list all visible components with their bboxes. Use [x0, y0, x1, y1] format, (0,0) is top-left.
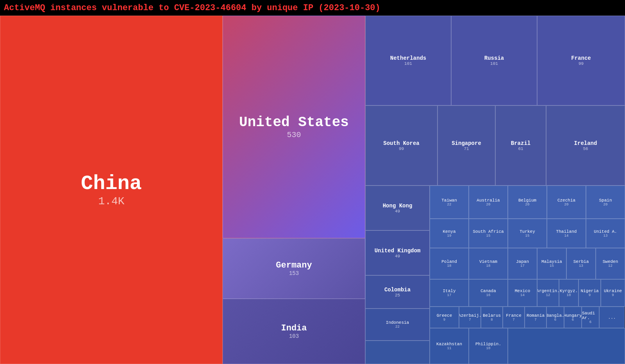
block-ukraine[interactable]: Ukraine 9: [601, 279, 625, 307]
germany-value: 153: [289, 270, 299, 277]
block-philippines[interactable]: Philippin. 10: [469, 328, 508, 364]
block-misc: [508, 328, 625, 364]
remaining-label: ...: [608, 315, 616, 320]
czechia-label: Czechia: [557, 198, 575, 203]
bangladesh-value: 6: [554, 318, 556, 322]
block-serbia[interactable]: Serbia 13: [566, 248, 596, 279]
greece-label: Greece: [437, 313, 452, 318]
south-africa-label: South Africa: [473, 229, 504, 234]
block-india[interactable]: India 103: [223, 299, 365, 364]
hungary-label: Hungary: [564, 313, 582, 318]
block-azerbaijan[interactable]: Azerbaij. 7: [459, 307, 481, 328]
serbia-value: 13: [579, 264, 583, 268]
block-turkey[interactable]: Turkey 15: [508, 219, 547, 248]
block-thailand[interactable]: Thailand 14: [547, 219, 586, 248]
spain-label: Spain: [599, 198, 612, 203]
thailand-value: 14: [564, 234, 569, 238]
block-belarus[interactable]: Belarus 8: [481, 307, 503, 328]
turkey-value: 15: [525, 234, 530, 238]
nigeria-value: 9: [589, 293, 591, 297]
row-small-3: Poland 18 Vietnam 18 Japan 17 Malaysia: [430, 248, 625, 279]
block-uk[interactable]: United Kingdom 49: [365, 230, 430, 275]
romania-label: Romania: [527, 313, 545, 318]
argentina-label: Argentin.: [537, 289, 559, 293]
france-value: 99: [579, 61, 584, 66]
block-netherlands[interactable]: Netherlands 101: [365, 16, 451, 105]
block-indonesia[interactable]: Indonesia 22: [365, 309, 430, 341]
col-right: Netherlands 101 Russia 101 France 99 Sou…: [365, 16, 625, 364]
block-spain[interactable]: Spain 20: [586, 186, 625, 219]
mexico-label: Mexico: [515, 289, 530, 293]
block-remaining[interactable]: ...: [599, 307, 625, 328]
block-south-korea[interactable]: South Korea 99: [365, 105, 438, 186]
block-hong-kong[interactable]: Hong Kong 49: [365, 186, 430, 230]
belarus-label: Belarus: [483, 313, 501, 318]
block-greece[interactable]: Greece 9: [430, 307, 459, 328]
block-mexico[interactable]: Mexico 14: [508, 279, 537, 307]
row-mid: South Korea 99 Singapore 71 Brazil 61 Ir…: [365, 105, 625, 186]
row-small-5: Greece 9 Azerbaij. 7 Belarus 8 France: [430, 307, 625, 328]
canada-label: Canada: [480, 289, 496, 293]
block-bangladesh[interactable]: Bangla. 6: [546, 307, 564, 328]
block-australia[interactable]: Australia 20: [469, 186, 508, 219]
block-russia[interactable]: Russia 101: [451, 16, 537, 105]
block-belgium[interactable]: Belgium 20: [508, 186, 547, 219]
nigeria-label: Nigeria: [580, 289, 598, 293]
block-brazil[interactable]: Brazil 61: [495, 105, 546, 186]
block-germany[interactable]: Germany 153: [223, 238, 365, 299]
china-label: China: [81, 172, 142, 195]
belarus-value: 8: [491, 318, 493, 322]
block-singapore[interactable]: Singapore 71: [438, 105, 495, 186]
block-nigeria[interactable]: Nigeria 9: [579, 279, 601, 307]
row-top: Netherlands 101 Russia 101 France 99: [365, 16, 625, 105]
azerbaijan-label: Azerbaij.: [459, 313, 481, 318]
us-value: 530: [287, 130, 301, 139]
block-hungary[interactable]: Hungary 6: [564, 307, 582, 328]
block-japan[interactable]: Japan 17: [508, 248, 537, 279]
block-czechia[interactable]: Czechia 20: [547, 186, 586, 219]
block-france2[interactable]: France 7: [503, 307, 525, 328]
block-kyrgyz[interactable]: Kyrgyz. 10: [559, 279, 579, 307]
block-south-africa[interactable]: South Africa 15: [469, 219, 508, 248]
block-kazakhstan[interactable]: Kazakhstan 11: [430, 328, 469, 364]
block-kenya[interactable]: Kenya 19: [430, 219, 469, 248]
block-romania[interactable]: Romania 7: [525, 307, 546, 328]
saudi-value: 6: [589, 320, 591, 324]
vietnam-value: 18: [486, 264, 491, 268]
kazakhstan-value: 11: [447, 346, 452, 350]
block-china[interactable]: China 1.4K: [0, 16, 223, 364]
azerbaijan-value: 7: [469, 318, 471, 322]
block-canada[interactable]: Canada 16: [469, 279, 508, 307]
romania-value: 7: [534, 318, 536, 322]
philippines-value: 10: [486, 346, 491, 350]
block-france[interactable]: France 99: [537, 16, 625, 105]
belgium-label: Belgium: [518, 198, 536, 203]
block-italy[interactable]: Italy 17: [430, 279, 469, 307]
kenya-value: 19: [447, 234, 452, 238]
bottom-right: Taiwan 22 Australia 20 Belgium 20 Czec: [430, 186, 625, 364]
row-bottom: Hong Kong 49 United Kingdom 49 Colombia …: [365, 186, 625, 364]
singapore-label: Singapore: [452, 140, 481, 146]
block-taiwan[interactable]: Taiwan 22: [430, 186, 469, 219]
block-saudi[interactable]: Saudi Ar. 6: [582, 307, 599, 328]
netherlands-label: Netherlands: [390, 55, 426, 61]
ukraine-value: 9: [612, 293, 614, 297]
indonesia-label: Indonesia: [386, 320, 409, 325]
block-ireland[interactable]: Ireland 56: [546, 105, 625, 186]
block-colombia[interactable]: Colombia 25: [365, 275, 430, 309]
vietnam-label: Vietnam: [479, 259, 497, 264]
south-korea-value: 99: [399, 146, 404, 151]
france2-label: France: [506, 313, 521, 318]
block-sweden[interactable]: Sweden 12: [596, 248, 625, 279]
france-label: France: [571, 55, 591, 61]
india-label: India: [281, 323, 307, 333]
taiwan-value: 22: [447, 203, 452, 207]
right-section: United States 530 Germany 153 India 103 …: [223, 16, 625, 364]
block-argentina[interactable]: Argentin. 12: [537, 279, 559, 307]
block-vietnam[interactable]: Vietnam 18: [469, 248, 508, 279]
germany-label: Germany: [276, 261, 312, 270]
block-malaysia[interactable]: Malaysia 15: [537, 248, 566, 279]
block-poland[interactable]: Poland 18: [430, 248, 469, 279]
block-united-a[interactable]: United A. 13: [586, 219, 625, 248]
block-us[interactable]: United States 530: [223, 16, 365, 238]
